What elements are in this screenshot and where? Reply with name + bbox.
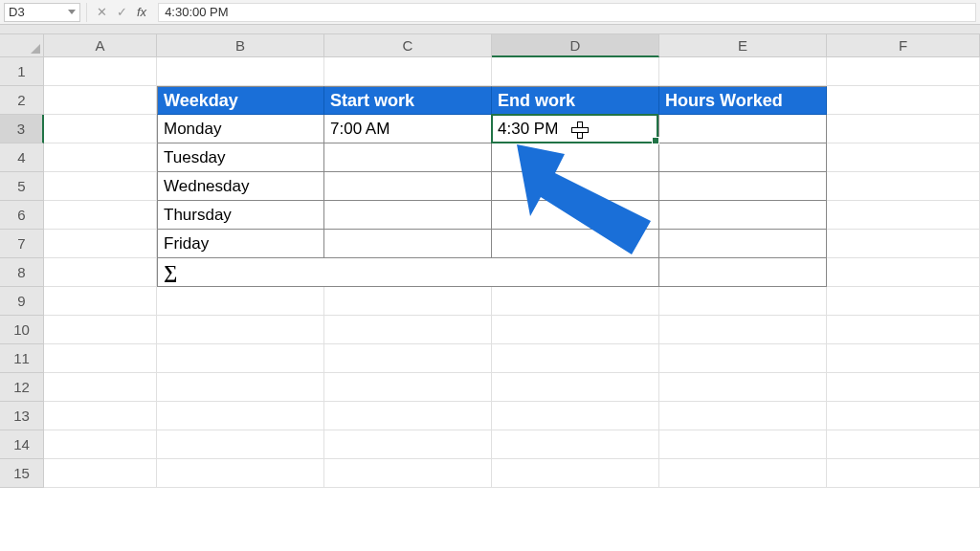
row-header[interactable]: 8 xyxy=(0,258,44,287)
cell[interactable] xyxy=(324,402,492,430)
name-box[interactable]: D3 xyxy=(4,3,80,22)
cell[interactable] xyxy=(827,287,980,316)
cell[interactable] xyxy=(324,287,492,316)
cell[interactable] xyxy=(492,287,659,316)
row-header[interactable]: 6 xyxy=(0,201,44,230)
cell-C5[interactable] xyxy=(324,172,492,201)
row-header[interactable]: 4 xyxy=(0,143,44,172)
row-header[interactable]: 7 xyxy=(0,230,44,258)
cell-A2[interactable] xyxy=(44,86,157,115)
cell-E4[interactable] xyxy=(659,143,827,172)
cell-B6[interactable]: Thursday xyxy=(157,201,324,230)
cell[interactable] xyxy=(324,430,492,459)
cell[interactable] xyxy=(44,402,157,430)
cell-C7[interactable] xyxy=(324,230,492,258)
cell-A7[interactable] xyxy=(44,230,157,258)
row-header[interactable]: 11 xyxy=(0,344,44,373)
cell[interactable] xyxy=(324,316,492,344)
row-header[interactable]: 10 xyxy=(0,316,44,344)
cell-A1[interactable] xyxy=(44,57,157,86)
cell[interactable] xyxy=(324,344,492,373)
col-header-C[interactable]: C xyxy=(324,34,492,57)
cell[interactable] xyxy=(44,287,157,316)
cell-E7[interactable] xyxy=(659,230,827,258)
cell[interactable] xyxy=(324,459,492,488)
cell[interactable] xyxy=(492,430,659,459)
cell[interactable] xyxy=(44,344,157,373)
cell-C4[interactable] xyxy=(324,143,492,172)
cell-C6[interactable] xyxy=(324,201,492,230)
row-header[interactable]: 3 xyxy=(0,115,44,143)
cell-B1[interactable] xyxy=(157,57,324,86)
cell-F6[interactable] xyxy=(827,201,980,230)
cell[interactable] xyxy=(44,430,157,459)
cancel-icon[interactable]: ✕ xyxy=(97,5,107,19)
cell[interactable] xyxy=(324,373,492,402)
cell-E6[interactable] xyxy=(659,201,827,230)
cell[interactable] xyxy=(492,344,659,373)
cell[interactable] xyxy=(157,287,324,316)
cell-F3[interactable] xyxy=(827,115,980,143)
cell[interactable] xyxy=(157,430,324,459)
row-header[interactable]: 14 xyxy=(0,430,44,459)
cell[interactable] xyxy=(492,459,659,488)
cell-F7[interactable] xyxy=(827,230,980,258)
col-header-D[interactable]: D xyxy=(492,34,659,57)
cell-E3[interactable] xyxy=(659,115,827,143)
cell[interactable] xyxy=(492,402,659,430)
cell[interactable] xyxy=(827,373,980,402)
cell[interactable] xyxy=(157,459,324,488)
cell-D1[interactable] xyxy=(492,57,659,86)
cell-F8[interactable] xyxy=(827,258,980,287)
cell-F4[interactable] xyxy=(827,143,980,172)
table-header-end[interactable]: End work xyxy=(492,86,659,115)
cell[interactable] xyxy=(157,373,324,402)
cell[interactable] xyxy=(827,344,980,373)
table-header-hours[interactable]: Hours Worked xyxy=(659,86,827,115)
formula-input[interactable]: 4:30:00 PM xyxy=(158,3,976,22)
col-header-A[interactable]: A xyxy=(44,34,157,57)
cell[interactable] xyxy=(659,402,827,430)
col-header-F[interactable]: F xyxy=(827,34,980,57)
chevron-down-icon[interactable] xyxy=(68,10,76,14)
cell-B4[interactable]: Tuesday xyxy=(157,143,324,172)
cell-D7[interactable] xyxy=(492,230,659,258)
row-header[interactable]: 5 xyxy=(0,172,44,201)
cell[interactable] xyxy=(44,316,157,344)
confirm-icon[interactable]: ✓ xyxy=(117,5,127,19)
cell-F2[interactable] xyxy=(827,86,980,115)
cell[interactable] xyxy=(659,373,827,402)
row-header[interactable]: 12 xyxy=(0,373,44,402)
row-header[interactable]: 9 xyxy=(0,287,44,316)
cell[interactable] xyxy=(157,316,324,344)
row-header[interactable]: 2 xyxy=(0,86,44,115)
cell-E8[interactable] xyxy=(659,258,827,287)
cell-C8[interactable] xyxy=(324,258,492,287)
select-all-corner[interactable] xyxy=(0,34,44,57)
row-header[interactable]: 15 xyxy=(0,459,44,488)
table-header-start[interactable]: Start work xyxy=(324,86,492,115)
cell-D6[interactable] xyxy=(492,201,659,230)
cell-E5[interactable] xyxy=(659,172,827,201)
cell-A4[interactable] xyxy=(44,143,157,172)
row-header[interactable]: 13 xyxy=(0,402,44,430)
cell-A3[interactable] xyxy=(44,115,157,143)
cell[interactable] xyxy=(659,430,827,459)
cell-A5[interactable] xyxy=(44,172,157,201)
cell[interactable] xyxy=(44,373,157,402)
cell-A6[interactable] xyxy=(44,201,157,230)
cell[interactable] xyxy=(659,316,827,344)
cell[interactable] xyxy=(157,344,324,373)
cell-E1[interactable] xyxy=(659,57,827,86)
cell[interactable] xyxy=(827,459,980,488)
cell[interactable] xyxy=(827,430,980,459)
cell[interactable] xyxy=(157,402,324,430)
cell-B7[interactable]: Friday xyxy=(157,230,324,258)
col-header-E[interactable]: E xyxy=(659,34,827,57)
cell-C1[interactable] xyxy=(324,57,492,86)
cell[interactable] xyxy=(492,373,659,402)
table-header-weekday[interactable]: Weekday xyxy=(157,86,324,115)
cell-D8[interactable] xyxy=(492,258,659,287)
cell-F1[interactable] xyxy=(827,57,980,86)
row-header[interactable]: 1 xyxy=(0,57,44,86)
